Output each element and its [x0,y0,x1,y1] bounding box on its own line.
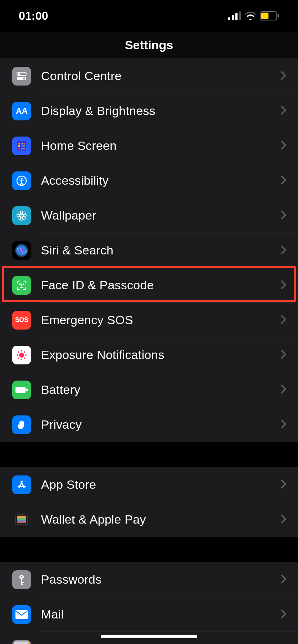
chevron-right-icon [281,210,286,221]
battery-icon [260,11,279,20]
settings-row-home-screen[interactable]: Home Screen [0,128,298,163]
svg-rect-18 [18,148,20,150]
svg-point-36 [19,353,24,358]
svg-rect-20 [23,148,25,150]
svg-rect-48 [17,516,26,518]
settings-row-appstore[interactable]: App Store [0,467,298,502]
status-indicators [228,11,279,20]
settings-row-label: Display & Brightness [41,104,271,118]
svg-rect-17 [23,145,25,147]
settings-row-label: App Store [41,478,271,492]
settings-row-sos[interactable]: SOSEmergency SOS [0,303,298,337]
svg-point-22 [21,178,23,179]
wallpaper-icon [12,206,31,225]
battery-icon [12,381,31,399]
settings-row-privacy[interactable]: Privacy [0,407,298,442]
nav-bar: Settings [0,32,298,59]
settings-row-accessibility[interactable]: Accessibility [0,163,298,198]
chevron-right-icon [281,141,286,151]
settings-section: App StoreWallet & Apple Pay [0,467,298,537]
svg-point-44 [24,357,26,359]
settings-row-faceid[interactable]: Face ID & Passcode [0,268,298,303]
home-indicator[interactable] [101,635,197,638]
svg-rect-50 [17,520,26,521]
settings-row-label: Accessibility [41,174,271,188]
status-bar: 01:00 [0,0,298,32]
settings-row-label: Exposure Notifications [41,348,271,362]
settings-row-wallet[interactable]: Wallet & Apple Pay [0,502,298,537]
svg-rect-57 [15,610,28,619]
settings-row-label: Emergency SOS [41,313,271,327]
settings-list[interactable]: Control CentreAADisplay & BrightnessHome… [0,59,298,644]
svg-rect-2 [235,13,238,20]
svg-point-42 [24,351,26,353]
settings-row-label: Contacts [41,642,271,644]
svg-rect-19 [21,148,23,150]
svg-rect-15 [18,145,20,147]
settings-section: PasswordsMailContactsCalendar [0,562,298,644]
accessibility-icon [12,171,31,190]
chevron-right-icon [281,175,286,186]
svg-rect-3 [239,12,241,20]
settings-row-display[interactable]: AADisplay & Brightness [0,93,298,128]
settings-row-label: Siri & Search [41,243,271,257]
settings-section: Control CentreAADisplay & BrightnessHome… [0,59,298,442]
svg-point-38 [21,359,22,360]
svg-rect-54 [21,579,22,584]
chevron-right-icon [281,609,286,620]
settings-row-wallpaper[interactable]: Wallpaper [0,198,298,233]
exposure-icon [12,346,31,364]
status-time: 01:00 [19,9,48,23]
siri-icon [12,241,31,260]
settings-row-label: Control Centre [41,69,271,83]
svg-point-41 [18,351,19,353]
svg-point-23 [20,214,23,217]
wallet-icon [12,510,31,529]
home-screen-icon [12,137,31,155]
chevron-right-icon [281,245,286,256]
display-icon: AA [12,102,31,120]
svg-rect-5 [277,14,279,18]
page-title: Settings [125,38,173,52]
settings-row-mail[interactable]: Mail [0,597,298,632]
svg-rect-6 [261,13,268,19]
svg-rect-59 [14,641,30,644]
chevron-right-icon [281,71,286,82]
chevron-right-icon [281,350,286,360]
svg-rect-61 [28,643,30,644]
svg-point-34 [19,284,20,284]
chevron-right-icon [281,514,286,525]
cellular-icon [228,12,241,20]
chevron-right-icon [281,315,286,326]
appstore-icon [12,475,31,494]
chevron-right-icon [281,479,286,490]
svg-point-40 [25,354,27,356]
svg-rect-45 [15,387,26,393]
control-centre-icon [12,67,31,86]
faceid-icon [12,276,31,295]
settings-row-label: Passwords [41,572,271,586]
chevron-right-icon [281,385,286,395]
privacy-icon [12,415,31,434]
svg-rect-55 [21,582,24,583]
settings-row-exposure[interactable]: Exposure Notifications [0,337,298,372]
settings-row-label: Battery [41,383,271,397]
settings-row-label: Mail [41,607,271,621]
chevron-right-icon [281,419,286,430]
settings-row-battery[interactable]: Battery [0,372,298,407]
svg-rect-56 [21,584,23,585]
svg-rect-14 [23,143,25,144]
svg-point-35 [23,284,24,284]
sos-icon: SOS [12,311,31,330]
settings-row-label: Privacy [41,418,271,432]
settings-row-siri[interactable]: Siri & Search [0,233,298,268]
wifi-icon [245,12,256,20]
settings-row-control-centre[interactable]: Control Centre [0,59,298,93]
svg-point-37 [21,350,22,351]
svg-point-43 [18,357,19,359]
svg-point-8 [18,73,20,75]
chevron-right-icon [281,574,286,585]
settings-row-passwords[interactable]: Passwords [0,562,298,597]
svg-point-10 [23,77,25,79]
chevron-right-icon [281,106,286,116]
